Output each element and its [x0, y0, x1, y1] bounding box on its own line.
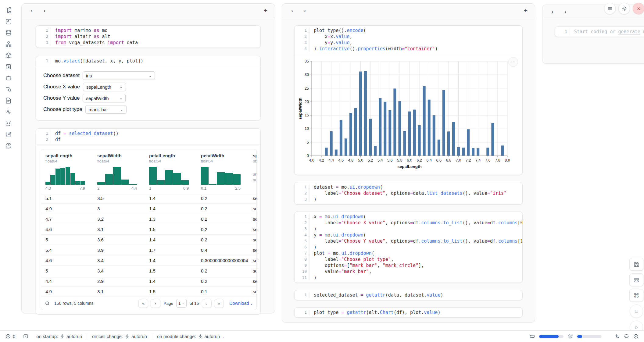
database-icon[interactable]: [5, 29, 12, 37]
column-header[interactable]: sepalWidthfloat6424.4: [93, 149, 145, 193]
functions-icon[interactable]: [5, 18, 12, 25]
code-editor[interactable]: 1⌄plot_type().encode(2 x=x.value,3 y=y.v…: [295, 26, 522, 54]
column-type: object: [253, 159, 257, 163]
column-header[interactable]: sepalLengthfloat644.37.9: [41, 149, 93, 193]
add-cell-button[interactable]: +: [524, 7, 528, 14]
menu-button[interactable]: [604, 3, 616, 14]
page-select[interactable]: 1⌄: [176, 299, 187, 308]
code-editor[interactable]: 1⌄x = mo.ui.dropdown(2 label="Choose X v…: [295, 212, 522, 283]
on-cell-change-setting[interactable]: on cell change: autorun: [92, 334, 147, 339]
table-row: 4.42.91.40.2setosa: [41, 276, 256, 286]
svg-text:5.0: 5.0: [358, 158, 363, 162]
table-cell: 1.4: [145, 193, 197, 203]
add-cell-button[interactable]: +: [264, 7, 267, 14]
cell-imports[interactable]: 1import marimo as mo2import altair as al…: [36, 25, 261, 48]
tracing-icon[interactable]: [5, 108, 12, 116]
settings-button[interactable]: [618, 3, 630, 14]
column-back-button[interactable]: ‹: [289, 8, 295, 14]
column-forward-button[interactable]: ›: [563, 9, 568, 15]
chevron-down-icon: ⌄: [120, 108, 123, 112]
help-icon[interactable]: [5, 142, 12, 149]
prev-page-button[interactable]: ‹: [151, 299, 160, 308]
cpu-usage-bar: [577, 335, 602, 338]
ai-chat-icon[interactable]: [5, 74, 12, 82]
cell-dataset-dropdown[interactable]: 1⌄dataset = mo.ui.dropdown(2 label="Choo…: [294, 182, 523, 205]
column-header[interactable]: speciesobjectunique:nulls:: [249, 149, 257, 193]
copilot-button[interactable]: [624, 334, 629, 339]
dataset-select[interactable]: iris⌄: [83, 71, 155, 80]
last-page-button[interactable]: »: [214, 299, 224, 308]
code-editor[interactable]: 1plot_type = getattr(alt.Chart(df), plot…: [295, 308, 522, 317]
column-header[interactable]: petalWidthfloat640.12.5: [197, 149, 249, 193]
terminal-button[interactable]: [23, 334, 28, 339]
chart-actions-button[interactable]: ⋯: [508, 57, 518, 67]
search-icon[interactable]: [45, 301, 50, 306]
code-editor[interactable]: 1selected_dataset = getattr(data, datase…: [295, 290, 522, 300]
logs-icon[interactable]: [5, 63, 12, 70]
line-number: 1⌄: [295, 27, 309, 34]
find-replace-icon[interactable]: [5, 86, 12, 93]
plot-type-select[interactable]: mark_bar⌄: [85, 105, 127, 114]
bolt-icon: [198, 334, 202, 339]
row-count-summary: 150 rows, 5 columns: [54, 301, 93, 306]
package-icon[interactable]: [5, 52, 12, 59]
documentation-icon[interactable]: [5, 97, 12, 104]
line-number: 7⌄: [295, 250, 309, 256]
on-startup-setting[interactable]: on startup: autorun: [36, 334, 82, 339]
column-forward-button[interactable]: ›: [42, 8, 47, 14]
table-row: 4.931.40.2setosa: [41, 203, 256, 214]
ai-sparkle-button[interactable]: [614, 334, 620, 339]
code-text: ).interactive().properties(width="contai…: [309, 46, 438, 52]
table-cell: 1.5: [145, 266, 197, 276]
save-button[interactable]: [629, 258, 643, 271]
line-number: 3: [295, 196, 309, 202]
connection-status-button[interactable]: [633, 334, 639, 339]
line-number: 4⌄: [295, 232, 309, 238]
table-cell: setosa: [249, 266, 257, 276]
cell-xyplot-dropdowns[interactable]: 1⌄x = mo.ui.dropdown(2 label="Choose X v…: [294, 212, 523, 283]
chevron-down-icon: ⌄: [120, 85, 123, 89]
download-button[interactable]: Download ⌄: [229, 301, 253, 306]
code-text: ): [309, 226, 317, 232]
column-back-button[interactable]: ‹: [29, 8, 34, 14]
cell-vstack[interactable]: 1mo.vstack([dataset, x, y, plot]) Choose…: [36, 56, 261, 120]
table-cell: 0.2: [197, 266, 249, 276]
column-name: sepalWidth: [97, 153, 137, 158]
table-row: 5.43.91.70.4setosa: [41, 245, 256, 255]
column-back-button[interactable]: ‹: [550, 9, 555, 15]
column-header[interactable]: petalLengthfloat6416.9: [145, 149, 197, 193]
snippets-icon[interactable]: [5, 119, 12, 127]
svg-text:15: 15: [305, 113, 309, 117]
keyboard-shortcuts-button[interactable]: ⌘: [629, 289, 643, 302]
code-editor[interactable]: 1df = selected_dataset()2df: [36, 129, 260, 144]
cell-plot-type[interactable]: 1plot_type = getattr(alt.Chart(df), plot…: [294, 307, 523, 318]
close-button[interactable]: [633, 3, 644, 14]
error-count-button[interactable]: 0: [5, 334, 15, 339]
table-row: 53.61.40.2setosa: [41, 234, 256, 245]
next-page-button[interactable]: ›: [202, 299, 212, 308]
x-value-select[interactable]: sepalLength⌄: [83, 83, 126, 91]
on-module-change-setting[interactable]: on module change: autorun ⌄: [157, 334, 225, 339]
y-value-select[interactable]: sepalWidth⌄: [83, 94, 126, 102]
cell-selected-dataset[interactable]: 1selected_dataset = getattr(data, datase…: [294, 290, 523, 300]
code-editor[interactable]: 1mo.vstack([dataset, x, y, plot]): [36, 56, 260, 66]
column-forward-button[interactable]: ›: [302, 8, 308, 14]
code-editor[interactable]: 1 Start coding or generate with: [555, 27, 644, 37]
cell-dataframe[interactable]: 1df = selected_dataset()2df sepalLengthf…: [36, 128, 261, 315]
scratchpad-icon[interactable]: [5, 131, 12, 138]
code-line: 3from vega_datasets import data: [36, 40, 260, 46]
cell-chart[interactable]: 1⌄plot_type().encode(2 x=x.value,3 y=y.v…: [294, 25, 523, 175]
table-cell: setosa: [249, 204, 257, 214]
generate-link[interactable]: generate: [618, 29, 640, 34]
cell-empty[interactable]: 1 Start coding or generate with: [555, 27, 644, 37]
stop-button[interactable]: [630, 305, 643, 318]
layout-button[interactable]: [629, 273, 643, 286]
column-type: float64: [201, 159, 241, 163]
altair-chart[interactable]: 4.04.24.44.64.85.05.25.45.65.86.06.26.46…: [298, 58, 521, 172]
dependency-graph-icon[interactable]: [5, 41, 12, 48]
code-editor[interactable]: 1import marimo as mo2import altair as al…: [36, 26, 260, 48]
file-tree-icon[interactable]: [5, 7, 12, 14]
table-cell: 4.7: [41, 214, 93, 224]
first-page-button[interactable]: «: [138, 299, 148, 308]
code-editor[interactable]: 1⌄dataset = mo.ui.dropdown(2 label="Choo…: [295, 182, 522, 204]
